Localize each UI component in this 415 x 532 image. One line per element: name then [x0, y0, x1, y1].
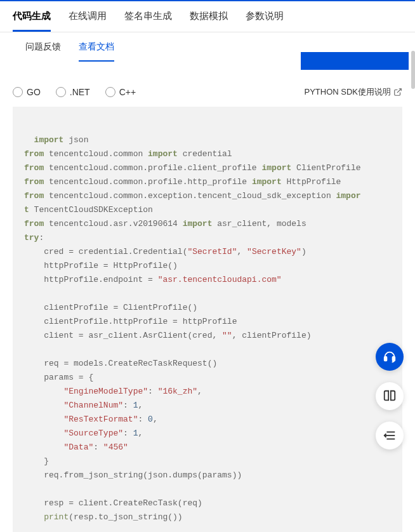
- radio-dotnet[interactable]: .NET: [56, 87, 90, 97]
- subtab-feedback[interactable]: 问题反馈: [25, 32, 61, 62]
- language-radio-group: GO .NET C++: [13, 87, 136, 97]
- copy-icon: [402, 130, 402, 141]
- radio-label: GO: [27, 87, 41, 97]
- language-row: GO .NET C++ PYTHON SDK使用说明: [0, 80, 415, 107]
- radio-cpp[interactable]: C++: [105, 87, 136, 97]
- svg-rect-3: [393, 357, 395, 361]
- radio-label: C++: [119, 87, 136, 97]
- main-tabs: 代码生成 在线调用 签名串生成 数据模拟 参数说明: [0, 1, 415, 32]
- sdk-doc-link[interactable]: PYTHON SDK使用说明: [304, 86, 402, 98]
- radio-circle-icon: [105, 87, 115, 97]
- float-buttons: [376, 343, 404, 449]
- radio-go[interactable]: GO: [13, 87, 41, 97]
- support-button[interactable]: [376, 343, 404, 371]
- svg-line-0: [397, 89, 401, 93]
- docs-button[interactable]: [376, 382, 404, 410]
- tab-online-call[interactable]: 在线调用: [69, 1, 107, 32]
- sdk-link-label: PYTHON SDK使用说明: [304, 86, 391, 98]
- tab-param-desc[interactable]: 参数说明: [246, 1, 284, 32]
- copy-button[interactable]: [382, 116, 393, 127]
- radio-circle-icon: [13, 87, 23, 97]
- collapse-button[interactable]: [376, 422, 404, 449]
- scrollbar[interactable]: [411, 51, 415, 89]
- action-button[interactable]: [301, 52, 409, 70]
- radio-label: .NET: [70, 87, 90, 97]
- subtab-view-doc[interactable]: 查看文档: [79, 32, 114, 62]
- code-block: import json from tencentcloud.common imp…: [13, 107, 402, 532]
- tab-data-mock[interactable]: 数据模拟: [190, 1, 228, 32]
- tab-sign-gen[interactable]: 签名串生成: [124, 1, 172, 32]
- radio-circle-icon: [56, 87, 66, 97]
- external-link-icon: [393, 88, 402, 96]
- book-icon: [383, 389, 397, 403]
- tab-codegen[interactable]: 代码生成: [13, 1, 51, 32]
- collapse-icon: [383, 429, 397, 442]
- svg-rect-2: [385, 357, 387, 361]
- headset-icon: [383, 350, 397, 364]
